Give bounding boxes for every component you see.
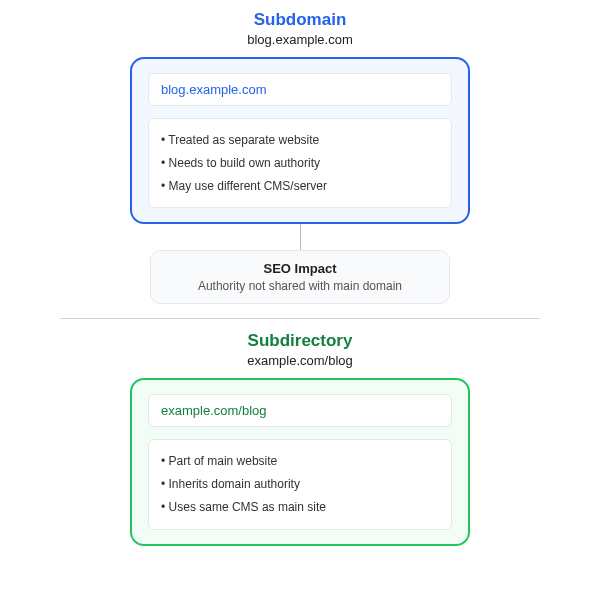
subdirectory-points: • Part of main website • Inherits domain… (148, 439, 452, 529)
seo-impact-box: SEO Impact Authority not shared with mai… (150, 250, 450, 304)
subdomain-subtitle: blog.example.com (247, 32, 353, 47)
subdirectory-subtitle: example.com/blog (247, 353, 353, 368)
subdirectory-title: Subdirectory (248, 331, 353, 351)
section-divider (60, 318, 540, 319)
connector-line (300, 224, 301, 250)
subdirectory-card: example.com/blog • Part of main website … (130, 378, 470, 545)
seo-impact-text: Authority not shared with main domain (171, 279, 429, 293)
subdomain-url-box: blog.example.com (148, 73, 452, 106)
subdomain-points: • Treated as separate website • Needs to… (148, 118, 452, 208)
subdomain-title: Subdomain (254, 10, 347, 30)
subdomain-point: • Treated as separate website (161, 129, 439, 152)
seo-impact-title: SEO Impact (171, 261, 429, 276)
subdirectory-point: • Uses same CMS as main site (161, 496, 439, 519)
subdomain-point: • Needs to build own authority (161, 152, 439, 175)
subdirectory-url-box: example.com/blog (148, 394, 452, 427)
subdomain-point: • May use different CMS/server (161, 175, 439, 198)
subdirectory-point: • Inherits domain authority (161, 473, 439, 496)
subdirectory-point: • Part of main website (161, 450, 439, 473)
subdomain-card: blog.example.com • Treated as separate w… (130, 57, 470, 224)
